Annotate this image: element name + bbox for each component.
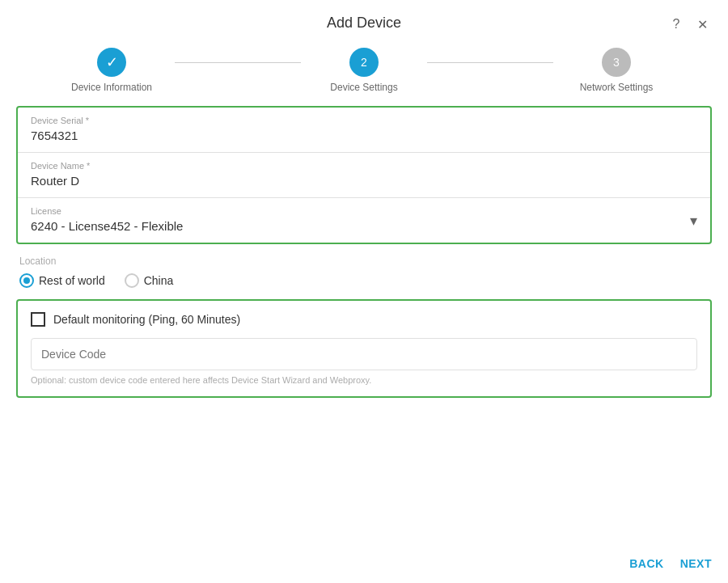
radio-rest-of-world[interactable]: Rest of world <box>19 273 105 288</box>
device-code-input[interactable] <box>41 348 687 361</box>
device-serial-value: 7654321 <box>31 127 697 144</box>
license-field[interactable]: License 6240 - License452 - Flexible ▾ <box>18 198 710 243</box>
location-radio-group: Rest of world China <box>19 273 709 288</box>
dialog-content: Device Serial * 7654321 Device Name * Ro… <box>0 106 728 549</box>
hint-text: Optional: custom device code entered her… <box>31 375 697 385</box>
step-2: 2 Device Settings <box>301 48 427 93</box>
radio-rest-of-world-circle <box>19 273 34 288</box>
device-serial-label: Device Serial * <box>31 116 697 125</box>
step-1-label: Device Information <box>71 82 152 93</box>
close-icon[interactable]: ✕ <box>692 15 712 34</box>
device-info-section: Device Serial * 7654321 Device Name * Ro… <box>16 106 712 244</box>
header-icons: ? ✕ <box>667 15 712 34</box>
dropdown-arrow-icon: ▾ <box>690 212 697 230</box>
step-1-symbol: ✓ <box>106 53 118 71</box>
monitoring-checkbox-label: Default monitoring (Ping, 60 Minutes) <box>53 313 240 326</box>
step-3-circle: 3 <box>602 48 631 77</box>
device-code-wrapper <box>31 338 697 370</box>
step-2-number: 2 <box>361 56 367 69</box>
help-icon[interactable]: ? <box>667 15 686 34</box>
step-line-2 <box>427 62 553 63</box>
step-1-circle: ✓ <box>97 48 126 77</box>
back-button[interactable]: BACK <box>629 557 663 570</box>
step-3-number: 3 <box>613 56 620 69</box>
monitoring-checkbox[interactable] <box>31 312 45 327</box>
device-name-field[interactable]: Device Name * Router D <box>18 153 710 198</box>
license-label: License <box>31 206 690 216</box>
monitoring-checkbox-row: Default monitoring (Ping, 60 Minutes) <box>31 312 697 327</box>
device-name-value: Router D <box>31 172 697 189</box>
location-label: Location <box>19 256 709 267</box>
add-device-dialog: Add Device ? ✕ ✓ Device Information 2 De… <box>0 0 728 583</box>
license-value: 6240 - License452 - Flexible <box>31 218 690 234</box>
stepper: ✓ Device Information 2 Device Settings 3… <box>0 40 728 106</box>
location-section: Location Rest of world China <box>16 256 712 288</box>
step-3: 3 Network Settings <box>553 48 679 93</box>
step-line-1 <box>175 62 301 63</box>
license-select-inner: License 6240 - License452 - Flexible <box>31 206 690 234</box>
dialog-header: Add Device ? ✕ <box>0 0 728 40</box>
device-name-label: Device Name * <box>31 161 697 171</box>
step-1: ✓ Device Information <box>49 48 175 93</box>
device-serial-field[interactable]: Device Serial * 7654321 <box>18 108 710 153</box>
step-3-label: Network Settings <box>580 82 654 93</box>
step-2-label: Device Settings <box>330 82 397 93</box>
dialog-title: Add Device <box>327 15 401 32</box>
step-2-circle: 2 <box>349 48 379 77</box>
radio-china-label: China <box>144 274 174 287</box>
radio-rest-of-world-label: Rest of world <box>39 274 105 287</box>
radio-china-circle <box>125 273 139 288</box>
radio-china[interactable]: China <box>125 273 174 288</box>
next-button[interactable]: NEXT <box>680 557 712 570</box>
dialog-footer: BACK NEXT <box>0 549 728 583</box>
monitoring-section: Default monitoring (Ping, 60 Minutes) Op… <box>16 299 712 398</box>
